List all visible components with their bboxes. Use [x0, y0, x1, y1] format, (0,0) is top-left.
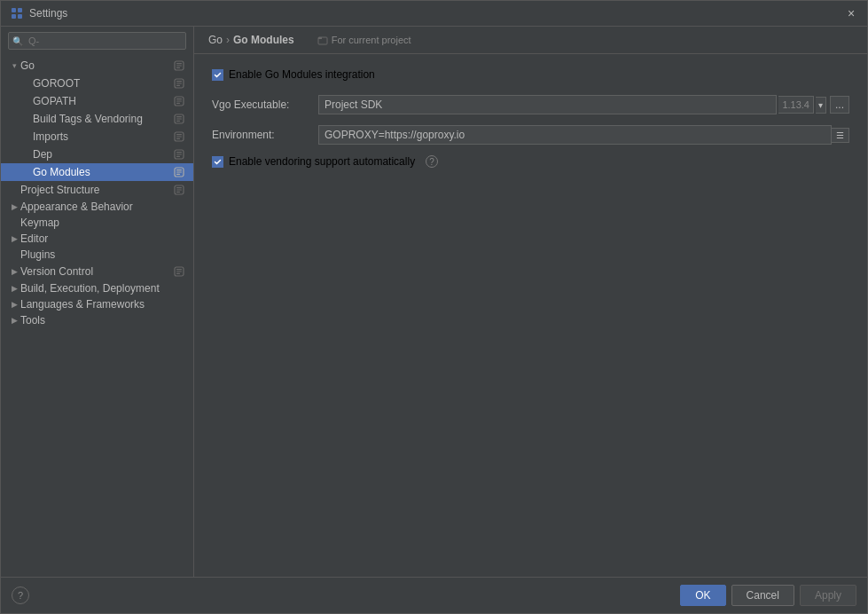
env-edit-button[interactable]: ☰	[832, 128, 849, 143]
enable-modules-label: Enable Go Modules integration	[229, 68, 375, 81]
sidebar-item-build-execution[interactable]: ▶ Build, Execution, Deployment	[1, 280, 193, 296]
sidebar-item-build-tags-label: Build Tags & Vendoring	[33, 113, 168, 125]
vgo-label: Vgo Executable:	[212, 98, 318, 111]
appearance-behavior-arrow: ▶	[8, 202, 20, 211]
enable-vendoring-checkbox[interactable]	[212, 156, 223, 168]
content-area: 🔍 ▾ Go GOROOT	[1, 27, 867, 577]
ok-button[interactable]: OK	[680, 585, 725, 606]
cancel-button[interactable]: Cancel	[731, 585, 794, 606]
env-label: Environment:	[212, 129, 318, 141]
svg-rect-7	[176, 67, 180, 68]
svg-rect-19	[176, 121, 180, 122]
build-execution-arrow: ▶	[8, 284, 20, 293]
svg-rect-21	[176, 134, 182, 135]
svg-rect-23	[176, 138, 180, 139]
svg-rect-14	[176, 100, 182, 101]
sidebar-item-go[interactable]: ▾ Go	[1, 57, 193, 75]
environment-row: Environment: ☰	[212, 125, 849, 145]
sidebar-item-editor[interactable]: ▶ Editor	[1, 231, 193, 247]
apply-button[interactable]: Apply	[800, 585, 856, 606]
main-body: Enable Go Modules integration Vgo Execut…	[194, 54, 867, 577]
svg-rect-39	[176, 273, 180, 274]
sidebar-item-editor-label: Editor	[20, 232, 186, 245]
version-control-settings-icon	[172, 264, 186, 279]
sidebar-tree: ▾ Go GOROOT GOPATH	[1, 55, 193, 577]
vgo-dropdown-button[interactable]: ▾	[816, 97, 826, 114]
vgo-version: 1.13.4	[778, 96, 814, 114]
svg-rect-5	[176, 63, 182, 64]
sidebar-item-version-control-label: Version Control	[20, 265, 168, 278]
enable-modules-checkbox[interactable]	[212, 69, 223, 81]
gopath-settings-icon	[172, 94, 186, 108]
sidebar-item-keymap[interactable]: Keymap	[1, 215, 193, 231]
sidebar-item-goroot[interactable]: GOROOT	[1, 75, 193, 92]
editor-arrow: ▶	[8, 234, 20, 243]
main-content: Go › Go Modules For current project	[194, 27, 867, 577]
help-icon: ?	[18, 590, 23, 601]
svg-rect-11	[176, 85, 180, 86]
sidebar-item-project-structure[interactable]: Project Structure	[1, 181, 193, 199]
settings-dialog: Settings × 🔍 ▾ Go G	[0, 0, 868, 614]
vgo-executable-row: Vgo Executable: 1.13.4 ▾ ...	[212, 95, 849, 114]
sidebar-item-languages-frameworks[interactable]: ▶ Languages & Frameworks	[1, 296, 193, 312]
breadcrumb: Go › Go Modules	[208, 34, 294, 46]
svg-rect-1	[18, 8, 22, 12]
svg-rect-9	[176, 81, 182, 82]
window-title: Settings	[29, 7, 839, 20]
go-arrow-icon: ▾	[8, 61, 20, 70]
sidebar-item-gopath[interactable]: GOPATH	[1, 92, 193, 110]
action-buttons: OK Cancel Apply	[680, 585, 856, 606]
imports-settings-icon	[172, 130, 186, 144]
svg-rect-30	[176, 171, 182, 172]
sidebar-item-keymap-label: Keymap	[20, 216, 186, 229]
vgo-field: 1.13.4 ▾ ...	[318, 95, 849, 114]
sidebar-item-appearance-behavior[interactable]: ▶ Appearance & Behavior	[1, 199, 193, 215]
sidebar-item-version-control[interactable]: ▶ Version Control	[1, 263, 193, 280]
sidebar-item-plugins[interactable]: Plugins	[1, 247, 193, 263]
bottom-bar: ? OK Cancel Apply	[1, 577, 867, 613]
sidebar-item-go-modules[interactable]: Go Modules	[1, 163, 193, 181]
svg-rect-27	[176, 156, 180, 157]
sidebar-item-appearance-behavior-label: Appearance & Behavior	[20, 201, 186, 213]
go-modules-settings-icon	[172, 165, 186, 179]
search-icon: 🔍	[12, 36, 23, 46]
sidebar-item-build-execution-label: Build, Execution, Deployment	[20, 282, 186, 295]
sidebar-item-build-tags[interactable]: Build Tags & Vendoring	[1, 110, 193, 128]
sidebar-item-go-modules-label: Go Modules	[33, 166, 168, 178]
build-tags-settings-icon	[172, 112, 186, 126]
sidebar-item-dep-label: Dep	[33, 148, 168, 161]
close-button[interactable]: ×	[844, 6, 858, 20]
version-control-arrow: ▶	[8, 267, 20, 276]
svg-rect-25	[176, 152, 182, 153]
project-icon	[317, 35, 328, 45]
main-header: Go › Go Modules For current project	[194, 27, 867, 54]
svg-rect-38	[176, 271, 182, 272]
svg-rect-10	[176, 83, 182, 83]
for-current-project-label: For current project	[332, 35, 411, 45]
sidebar-item-goroot-label: GOROOT	[33, 77, 168, 90]
breadcrumb-separator: ›	[226, 34, 230, 46]
env-input[interactable]	[318, 125, 832, 145]
svg-rect-0	[12, 8, 16, 12]
vgo-browse-button[interactable]: ...	[830, 96, 849, 114]
app-icon	[10, 6, 24, 20]
sidebar-item-go-label: Go	[20, 59, 168, 72]
tools-arrow: ▶	[8, 316, 20, 325]
svg-rect-35	[176, 192, 180, 193]
search-input[interactable]	[8, 32, 186, 50]
vendoring-help-icon[interactable]: ?	[426, 155, 438, 168]
title-bar: Settings ×	[1, 1, 867, 27]
enable-vendoring-label: Enable vendoring support automatically	[229, 155, 415, 168]
svg-rect-18	[176, 118, 182, 119]
sidebar-item-tools[interactable]: ▶ Tools	[1, 312, 193, 328]
sidebar-item-plugins-label: Plugins	[20, 248, 186, 261]
global-help-button[interactable]: ?	[12, 586, 29, 604]
svg-rect-34	[176, 189, 182, 190]
sidebar-item-dep[interactable]: Dep	[1, 146, 193, 163]
svg-rect-37	[176, 269, 182, 270]
sidebar-item-languages-frameworks-label: Languages & Frameworks	[20, 298, 186, 311]
sidebar-item-gopath-label: GOPATH	[33, 95, 168, 107]
go-settings-icon	[172, 59, 186, 73]
vgo-input[interactable]	[318, 95, 777, 114]
sidebar-item-imports[interactable]: Imports	[1, 128, 193, 146]
